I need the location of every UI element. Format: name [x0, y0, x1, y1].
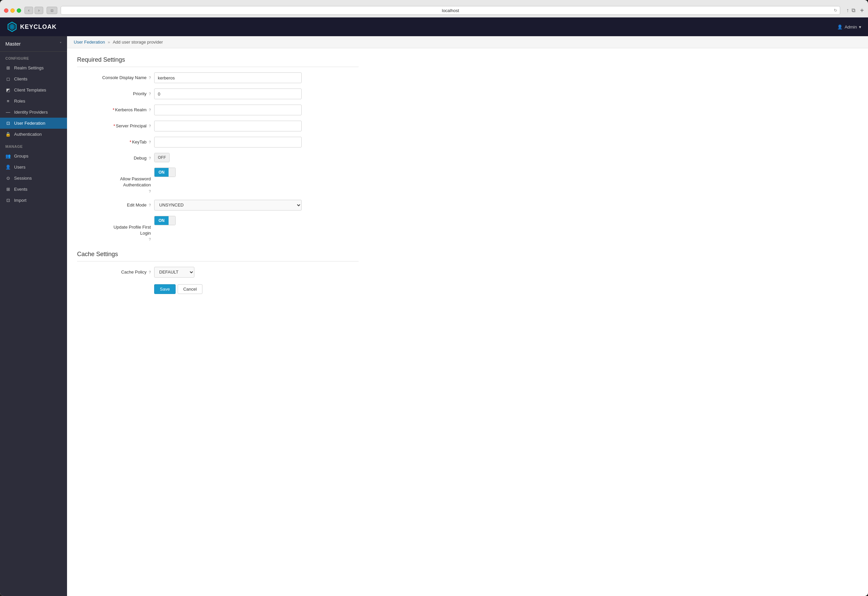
kerberos-realm-input[interactable] — [154, 105, 302, 115]
users-icon: 👤 — [5, 164, 11, 170]
sidebar-item-client-templates[interactable]: ◩ Client Templates — [0, 84, 67, 96]
allow-password-auth-toggle[interactable]: ON — [154, 168, 176, 177]
admin-label: Admin — [844, 24, 857, 30]
sidebar-item-label: Sessions — [14, 176, 32, 181]
update-profile-on-label: ON — [155, 216, 168, 225]
realm-name: Master — [5, 41, 21, 47]
cancel-button[interactable]: Cancel — [178, 284, 202, 294]
realm-settings-icon: ⊞ — [5, 65, 11, 70]
sidebar-item-label: User Federation — [14, 121, 45, 126]
kerberos-realm-field: *Kerberos Realm ? — [77, 105, 359, 115]
sidebar-item-import[interactable]: ⊡ Import — [0, 195, 67, 206]
update-profile-help-icon[interactable]: ? — [149, 237, 151, 241]
sidebar-item-label: Authentication — [14, 132, 41, 137]
sidebar-item-identity-providers[interactable]: — Identity Providers — [0, 106, 67, 118]
sidebar-item-label: Client Templates — [14, 87, 46, 93]
sidebar-item-authentication[interactable]: 🔒 Authentication — [0, 129, 67, 140]
sidebar-item-sessions[interactable]: ⊙ Sessions — [0, 173, 67, 184]
update-profile-thumb — [168, 216, 175, 225]
admin-dropdown-icon: ▾ — [859, 24, 861, 30]
priority-input[interactable] — [154, 89, 302, 99]
sidebar-item-label: Users — [14, 164, 25, 170]
cache-policy-select[interactable]: DEFAULT EVICT_WEEKLY EVICT_DAILY MAX_LIF… — [154, 267, 194, 278]
allow-password-auth-label: Allow Password Authentication ? — [77, 168, 151, 194]
logo: KEYCLOAK — [7, 21, 57, 32]
priority-label: Priority ? — [77, 89, 151, 97]
configure-section-label: Configure — [0, 52, 67, 62]
server-principal-input[interactable] — [154, 121, 302, 132]
import-icon: ⊡ — [5, 198, 11, 203]
share-icon[interactable]: ↑ — [846, 7, 849, 13]
server-principal-label: *Server Principal ? — [77, 121, 151, 129]
kerberos-realm-help-icon[interactable]: ? — [149, 108, 151, 112]
admin-icon: 👤 — [837, 24, 843, 30]
allow-password-auth-field: Allow Password Authentication ? ON — [77, 168, 359, 194]
sidebar-item-realm-settings[interactable]: ⊞ Realm Settings — [0, 62, 67, 73]
console-display-name-help-icon[interactable]: ? — [149, 76, 151, 80]
user-federation-icon: ⊡ — [5, 121, 11, 126]
sidebar-item-groups[interactable]: 👥 Groups — [0, 151, 67, 161]
roles-icon: ≡ — [5, 99, 11, 104]
minimize-button[interactable] — [10, 8, 15, 13]
sidebar-item-events[interactable]: ⊞ Events — [0, 184, 67, 195]
priority-field: Priority ? — [77, 89, 359, 99]
console-display-name-label: Console Display Name ? — [77, 72, 151, 81]
keytab-input[interactable] — [154, 137, 302, 148]
events-icon: ⊞ — [5, 187, 11, 192]
sidebar-item-label: Events — [14, 187, 28, 192]
back-button[interactable]: ‹ — [25, 7, 33, 14]
keytab-label: *KeyTab ? — [77, 137, 151, 145]
priority-help-icon[interactable]: ? — [149, 92, 151, 96]
top-navigation: KEYCLOAK 👤 Admin ▾ — [0, 18, 868, 36]
debug-toggle[interactable]: OFF — [154, 153, 170, 162]
realm-dropdown-icon: ˅ — [60, 41, 62, 46]
console-display-name-field: Console Display Name ? — [77, 72, 359, 83]
admin-menu[interactable]: 👤 Admin ▾ — [837, 24, 861, 30]
realm-selector[interactable]: Master ˅ — [0, 36, 67, 52]
edit-mode-field: Edit Mode ? UNSYNCED READ_ONLY WRITABLE — [77, 200, 359, 210]
keycloak-logo-icon — [7, 21, 18, 32]
clients-icon: ◻ — [5, 77, 11, 81]
identity-providers-icon: — — [5, 109, 11, 115]
main-content: User Federation » Add user storage provi… — [67, 36, 868, 596]
server-principal-required-indicator: * — [113, 123, 115, 129]
console-display-name-input[interactable] — [154, 72, 302, 83]
kerberos-realm-label: *Kerberos Realm ? — [77, 105, 151, 113]
allow-password-auth-thumb — [168, 168, 175, 177]
breadcrumb-link-user-federation[interactable]: User Federation — [74, 40, 105, 44]
breadcrumb: User Federation » Add user storage provi… — [67, 36, 868, 48]
kerberos-realm-required-indicator: * — [112, 107, 114, 112]
cache-policy-help-icon[interactable]: ? — [149, 270, 151, 274]
breadcrumb-current: Add user storage provider — [112, 40, 163, 44]
debug-field: Debug ? OFF — [77, 153, 359, 162]
debug-help-icon[interactable]: ? — [149, 156, 151, 160]
server-principal-help-icon[interactable]: ? — [149, 124, 151, 128]
edit-mode-help-icon[interactable]: ? — [149, 203, 151, 207]
address-bar[interactable]: localhost ↻ — [61, 6, 840, 15]
close-button[interactable] — [4, 8, 8, 13]
refresh-button[interactable]: ↻ — [834, 8, 837, 13]
tab-button[interactable]: ⊡ — [47, 7, 57, 14]
maximize-button[interactable] — [17, 8, 21, 13]
forward-button[interactable]: › — [34, 7, 43, 14]
sidebar-item-roles[interactable]: ≡ Roles — [0, 96, 67, 106]
sidebar-item-clients[interactable]: ◻ Clients — [0, 73, 67, 84]
sidebar-item-label: Groups — [14, 154, 28, 158]
keytab-required-indicator: * — [130, 139, 131, 145]
edit-mode-select[interactable]: UNSYNCED READ_ONLY WRITABLE — [154, 200, 302, 210]
groups-icon: 👥 — [5, 154, 11, 158]
allow-password-auth-help-icon[interactable]: ? — [149, 189, 151, 194]
logo-text: KEYCLOAK — [20, 24, 57, 31]
sidebar-item-label: Clients — [14, 77, 28, 81]
save-button[interactable]: Save — [154, 284, 176, 294]
update-profile-field: Update Profile First Login ? ON — [77, 216, 359, 243]
server-principal-field: *Server Principal ? — [77, 121, 359, 132]
keytab-help-icon[interactable]: ? — [149, 140, 151, 144]
update-profile-toggle[interactable]: ON — [154, 216, 176, 225]
add-tab-button[interactable]: + — [860, 7, 864, 15]
sidebar-item-users[interactable]: 👤 Users — [0, 161, 67, 173]
new-tab-icon[interactable]: ⧉ — [852, 7, 855, 13]
breadcrumb-separator: » — [108, 40, 110, 44]
sidebar-item-user-federation[interactable]: ⊡ User Federation — [0, 118, 67, 129]
cache-policy-field: Cache Policy ? DEFAULT EVICT_WEEKLY EVIC… — [77, 267, 359, 278]
